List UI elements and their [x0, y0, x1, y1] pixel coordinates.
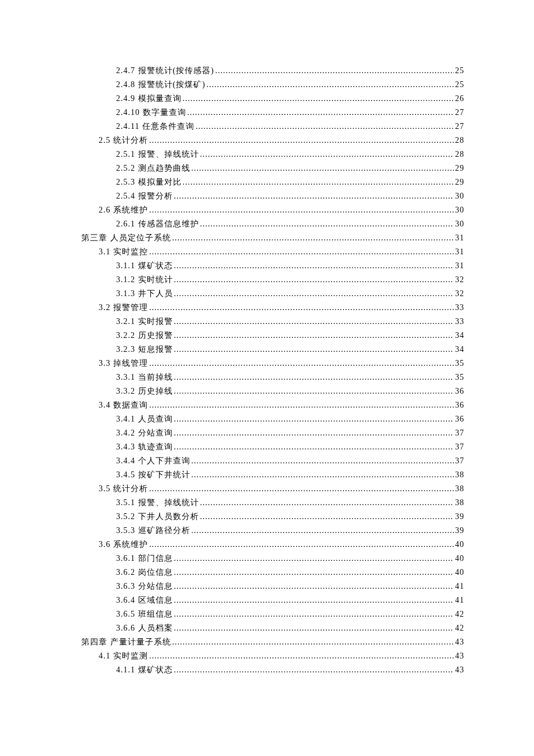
toc-entry-page: 38 [455, 468, 464, 482]
toc-entry[interactable]: 3.2.2 历史报警34 [81, 329, 464, 343]
toc-entry[interactable]: 2.4.8 报警统计(按煤矿)25 [81, 78, 464, 92]
toc-leader-dots [149, 203, 454, 217]
toc-entry[interactable]: 第三章 人员定位子系统31 [81, 231, 464, 245]
toc-entry[interactable]: 3.4.1 人员查询36 [81, 412, 464, 426]
toc-leader-dots [149, 357, 454, 370]
toc-entry-page: 29 [455, 161, 464, 175]
toc-leader-dots [174, 189, 454, 203]
toc-leader-dots [174, 384, 454, 398]
toc-leader-dots [174, 370, 454, 384]
toc-entry-label: 3.6.2 岗位信息 [116, 566, 173, 579]
toc-entry[interactable]: 3.1.1 煤矿状态31 [81, 259, 464, 273]
toc-entry[interactable]: 3.6.5 班组信息42 [81, 607, 464, 621]
toc-entry[interactable]: 2.4.11 任意条件查询27 [81, 120, 464, 134]
toc-entry-label: 3.2 报警管理 [99, 301, 148, 315]
toc-entry-label: 3.6.6 人员档案 [116, 621, 173, 635]
toc-entry[interactable]: 3.4 数据查询36 [81, 398, 464, 412]
toc-leader-dots [174, 607, 454, 621]
toc-entry[interactable]: 3.5.1 报警、掉线统计38 [81, 496, 464, 510]
toc-entry[interactable]: 3.1 实时监控31 [81, 245, 464, 259]
toc-entry-page: 30 [455, 217, 464, 231]
toc-entry-label: 3.1 实时监控 [99, 245, 148, 259]
toc-entry[interactable]: 2.4.7 报警统计(按传感器)25 [81, 64, 464, 78]
toc-entry[interactable]: 3.4.5 按矿下井统计38 [81, 468, 464, 482]
toc-entry[interactable]: 2.5.4 报警分析30 [81, 189, 464, 203]
toc-entry-label: 3.1.2 实时统计 [116, 273, 173, 287]
toc-entry-label: 3.2.2 历史报警 [116, 329, 173, 343]
toc-entry[interactable]: 2.5.2 测点趋势曲线29 [81, 161, 464, 175]
toc-entry[interactable]: 3.6 系统维护40 [81, 538, 464, 552]
toc-entry[interactable]: 3.4.4 个人下井查询37 [81, 454, 464, 468]
toc-entry-label: 3.6.3 分站信息 [116, 579, 173, 593]
toc-entry[interactable]: 2.6 系统维护30 [81, 203, 464, 217]
toc-entry[interactable]: 2.6.1 传感器信息维护30 [81, 217, 464, 231]
toc-entry-label: 2.4.7 报警统计(按传感器) [116, 64, 214, 78]
toc-entry[interactable]: 3.5.2 下井人员数分析39 [81, 510, 464, 524]
toc-entry-page: 32 [455, 287, 464, 301]
toc-entry-page: 33 [455, 301, 464, 315]
toc-entry[interactable]: 3.3 掉线管理35 [81, 357, 464, 370]
toc-entry-label: 3.6 系统维护 [99, 538, 148, 552]
toc-entry-page: 40 [455, 552, 464, 566]
toc-entry-label: 2.6 系统维护 [99, 203, 148, 217]
toc-entry[interactable]: 3.2.1 实时报警33 [81, 315, 464, 329]
toc-entry-label: 3.5.2 下井人员数分析 [116, 510, 199, 524]
toc-entry[interactable]: 3.2.3 短息报警34 [81, 343, 464, 357]
toc-entry-label: 3.5.3 巡矿路径分析 [116, 524, 190, 538]
toc-entry[interactable]: 2.5.3 模拟量对比29 [81, 175, 464, 189]
toc-entry-page: 27 [455, 106, 464, 120]
toc-entry-page: 34 [455, 329, 464, 343]
toc-entry-label: 3.4.2 分站查询 [116, 426, 173, 440]
toc-entry[interactable]: 3.6.1 部门信息40 [81, 552, 464, 566]
toc-leader-dots [174, 552, 454, 566]
toc-entry[interactable]: 2.4.10 数字量查询27 [81, 106, 464, 120]
toc-entry-page: 43 [455, 649, 464, 663]
toc-entry-page: 31 [455, 245, 464, 259]
toc-entry-page: 41 [455, 593, 464, 607]
toc-entry-label: 2.5.4 报警分析 [116, 189, 173, 203]
toc-entry-page: 43 [455, 635, 464, 649]
toc-entry[interactable]: 3.6.2 岗位信息40 [81, 566, 464, 579]
toc-entry-label: 2.4.9 模拟量查询 [116, 92, 182, 106]
toc-entry-page: 38 [455, 482, 464, 496]
toc-leader-dots [174, 329, 454, 343]
toc-entry[interactable]: 3.4.3 轨迹查询37 [81, 440, 464, 454]
toc-entry[interactable]: 3.4.2 分站查询37 [81, 426, 464, 440]
toc-entry-label: 第三章 人员定位子系统 [81, 231, 171, 245]
toc-leader-dots [149, 301, 454, 315]
toc-entry-label: 2.4.10 数字量查询 [116, 106, 186, 120]
toc-leader-dots [174, 566, 454, 579]
toc-entry-page: 35 [455, 370, 464, 384]
toc-entry[interactable]: 3.6.3 分站信息41 [81, 579, 464, 593]
toc-entry[interactable]: 2.5 统计分析28 [81, 134, 464, 147]
toc-entry-page: 26 [455, 92, 464, 106]
toc-entry[interactable]: 3.3.1 当前掉线35 [81, 370, 464, 384]
toc-entry-label: 2.5.1 报警、掉线统计 [116, 147, 199, 161]
toc-entry-label: 3.5 统计分析 [99, 482, 148, 496]
toc-entry[interactable]: 3.5 统计分析38 [81, 482, 464, 496]
toc-entry[interactable]: 3.6.6 人员档案42 [81, 621, 464, 635]
toc-entry[interactable]: 4.1 实时监测43 [81, 649, 464, 663]
toc-entry[interactable]: 3.1.2 实时统计32 [81, 273, 464, 287]
toc-entry[interactable]: 3.6.4 区域信息41 [81, 593, 464, 607]
toc-entry-label: 4.1.1 煤矿状态 [116, 663, 173, 677]
toc-entry[interactable]: 2.5.1 报警、掉线统计28 [81, 147, 464, 161]
toc-entry-page: 37 [455, 426, 464, 440]
toc-entry[interactable]: 3.5.3 巡矿路径分析39 [81, 524, 464, 538]
toc-entry-label: 2.4.8 报警统计(按煤矿) [116, 78, 205, 92]
toc-leader-dots [172, 231, 454, 245]
toc-leader-dots [183, 175, 454, 189]
toc-entry-page: 42 [455, 607, 464, 621]
toc-entry[interactable]: 3.1.3 井下人员32 [81, 287, 464, 301]
toc-entry[interactable]: 2.4.9 模拟量查询26 [81, 92, 464, 106]
toc-entry-label: 3.4.3 轨迹查询 [116, 440, 173, 454]
toc-entry[interactable]: 3.2 报警管理33 [81, 301, 464, 315]
toc-entry[interactable]: 3.3.2 历史掉线36 [81, 384, 464, 398]
toc-entry[interactable]: 第四章 产量计量子系统43 [81, 635, 464, 649]
toc-entry[interactable]: 4.1.1 煤矿状态43 [81, 663, 464, 677]
toc-entry-page: 36 [455, 384, 464, 398]
toc-entry-label: 3.3.2 历史掉线 [116, 384, 173, 398]
toc-leader-dots [174, 579, 454, 593]
toc-entry-label: 3.5.1 报警、掉线统计 [116, 496, 199, 510]
toc-leader-dots [200, 147, 454, 161]
